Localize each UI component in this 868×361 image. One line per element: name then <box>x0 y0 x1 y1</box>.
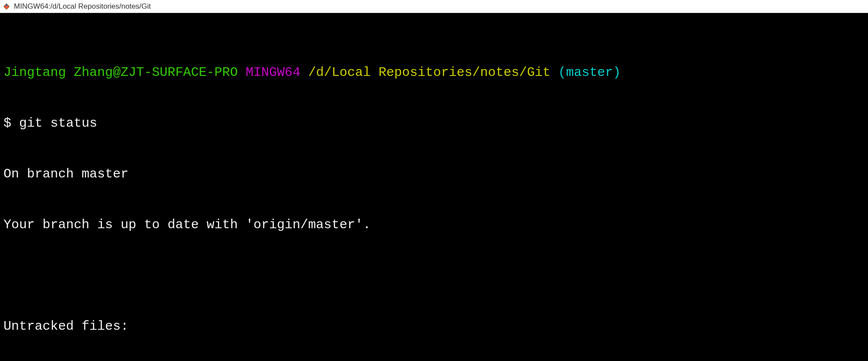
command-line: $ git status <box>3 115 865 132</box>
window-titlebar[interactable]: MINGW64:/d/Local Repositories/notes/Git <box>0 0 868 13</box>
output-line: On branch master <box>3 166 865 183</box>
terminal-area[interactable]: Jingtang Zhang@ZJT-SURFACE-PRO MINGW64 /… <box>0 13 868 361</box>
prompt-branch: (master) <box>558 65 621 80</box>
prompt-symbol: $ <box>3 116 19 131</box>
prompt-path: /d/Local Repositories/notes/Git <box>308 65 550 80</box>
blank-line <box>3 267 865 284</box>
prompt-env: MINGW64 <box>246 65 300 80</box>
prompt-user: Jingtang Zhang@ZJT-SURFACE-PRO <box>3 65 238 80</box>
git-bash-icon <box>3 3 10 10</box>
window-title: MINGW64:/d/Local Repositories/notes/Git <box>14 2 151 11</box>
prompt-line: Jingtang Zhang@ZJT-SURFACE-PRO MINGW64 /… <box>3 64 865 81</box>
output-line: Untracked files: <box>3 318 865 335</box>
output-line: Your branch is up to date with 'origin/m… <box>3 217 865 233</box>
command-text: git status <box>19 116 97 131</box>
